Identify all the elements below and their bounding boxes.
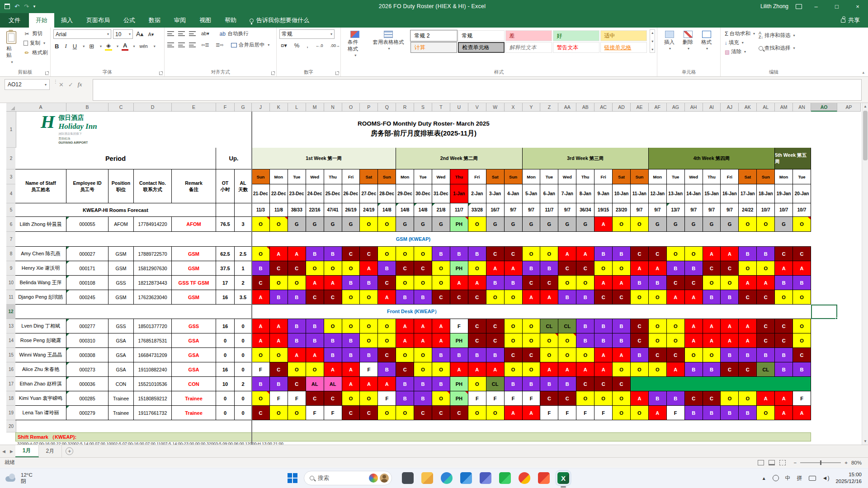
sheet-tab-1月[interactable]: 1月 — [15, 445, 39, 457]
shift-cell[interactable]: A — [414, 333, 432, 348]
shift-cell[interactable]: B — [396, 391, 414, 406]
vertical-scroll-thumb[interactable] — [863, 111, 868, 160]
sort-filter-button[interactable]: AZ↓排序和筛选▾ — [757, 30, 797, 40]
minimize-button[interactable]: – — [809, 0, 823, 12]
col-header-S[interactable]: S — [414, 103, 432, 112]
shift-cell[interactable]: B — [739, 348, 757, 362]
day-name-cell[interactable]: Wed — [432, 169, 450, 184]
staff-name[interactable]: Lven Ding 丁相斌 — [15, 319, 66, 333]
shift-cell[interactable]: C — [270, 362, 288, 377]
ribbon-tab-数据[interactable]: 数据 — [142, 13, 167, 28]
shift-cell[interactable]: CL — [540, 319, 558, 333]
tab-scroll-right-icon[interactable]: ▶ — [8, 449, 15, 454]
date-cell[interactable]: 19-Jan — [775, 184, 793, 203]
wechat-app-icon[interactable] — [499, 472, 511, 484]
shift-cell[interactable]: A — [523, 406, 541, 420]
clock-widget[interactable]: 15:00 2025/12/16 — [835, 471, 862, 485]
shift-cell[interactable]: B — [703, 362, 721, 377]
remark[interactable]: GSM — [172, 247, 216, 261]
shift-cell[interactable]: G — [703, 217, 721, 232]
shift-cell[interactable]: A — [324, 362, 342, 377]
shift-cell[interactable]: O — [396, 406, 414, 420]
shift-cell[interactable]: C — [703, 261, 721, 276]
shift-cell[interactable]: AL — [306, 377, 324, 391]
shift-cell[interactable]: C — [414, 261, 432, 276]
share-button[interactable]: 共享 — [833, 13, 868, 28]
employee-id[interactable]: 000285 — [66, 391, 108, 406]
shift-cell[interactable]: O — [505, 333, 523, 348]
shift-cell[interactable]: B — [793, 276, 811, 290]
forecast-cell[interactable]: 10/7 — [793, 203, 811, 217]
align-left-icon[interactable] — [167, 42, 174, 47]
date-cell[interactable]: 7-Jan — [558, 184, 576, 203]
close-button[interactable]: × — [851, 0, 864, 12]
cell-style-chip[interactable]: 常规 2 — [410, 30, 457, 41]
shift-cell[interactable]: G — [576, 217, 594, 232]
shift-cell[interactable]: B — [576, 290, 594, 305]
col-header-AM[interactable]: AM — [775, 103, 793, 112]
remark[interactable]: GSS — [172, 319, 216, 333]
shift-cell[interactable]: B — [613, 319, 631, 333]
shift-cell[interactable]: C — [360, 247, 378, 261]
forecast-cell[interactable]: 14/8 — [378, 203, 396, 217]
date-cell[interactable]: 4-Jan — [505, 184, 523, 203]
insert-function-icon[interactable]: fx — [78, 81, 82, 88]
shift-cell[interactable]: O — [288, 406, 306, 420]
name-box[interactable]: AO12▾ — [5, 79, 50, 90]
shift-cell[interactable]: B — [649, 276, 667, 290]
network-globe-icon[interactable] — [773, 475, 779, 481]
shift-cell[interactable]: B — [685, 362, 703, 377]
col-header-F[interactable]: F — [216, 103, 235, 112]
shift-cell[interactable]: O — [396, 276, 414, 290]
shift-cell[interactable]: O — [649, 362, 667, 377]
shift-cell[interactable]: A — [306, 276, 324, 290]
col-header-AD[interactable]: AD — [613, 103, 631, 112]
shift-cell[interactable]: O — [703, 348, 721, 362]
shift-cell[interactable]: O — [775, 290, 793, 305]
cell-style-chip[interactable]: 链接单元格 — [600, 42, 647, 53]
shift-cell[interactable]: PH — [450, 377, 468, 391]
day-name-cell[interactable]: Fri — [468, 169, 486, 184]
shift-cell[interactable]: A — [594, 217, 613, 232]
shift-cell[interactable]: G — [324, 217, 342, 232]
employee-id[interactable]: 000171 — [66, 261, 108, 276]
shift-cell[interactable]: B — [667, 391, 685, 406]
shift-cell[interactable]: C — [342, 247, 360, 261]
shift-cell[interactable]: C — [631, 333, 649, 348]
al-days[interactable]: 2 — [235, 276, 252, 290]
shift-cell[interactable]: G — [523, 217, 541, 232]
clear-button[interactable]: ▧清除▾ — [723, 47, 756, 56]
shift-cell[interactable]: A — [270, 333, 288, 348]
merge-center-button[interactable]: 合并后居中▾ — [229, 41, 272, 49]
col-header-T[interactable]: T — [432, 103, 450, 112]
day-name-cell[interactable]: Sat — [613, 169, 631, 184]
forecast-cell[interactable]: 9/7 — [505, 203, 523, 217]
increase-indent-icon[interactable]: ☰⇨ — [214, 42, 225, 48]
format-cells-button[interactable]: 格式▾ — [697, 29, 716, 52]
row-header-14[interactable]: 14 — [6, 333, 16, 348]
date-cell[interactable]: 5-Jan — [523, 184, 541, 203]
desktop-app-icon[interactable] — [402, 472, 414, 484]
shift-cell[interactable]: F — [360, 362, 378, 377]
shift-cell[interactable]: O — [468, 217, 486, 232]
ot-hours[interactable]: 17 — [216, 276, 235, 290]
shift-cell[interactable]: A — [270, 319, 288, 333]
forecast-cell[interactable]: 16/7 — [486, 203, 505, 217]
shift-cell[interactable]: C — [342, 406, 360, 420]
day-name-cell[interactable]: Wed — [685, 169, 703, 184]
microsoft-store-icon[interactable] — [460, 472, 472, 484]
day-name-cell[interactable]: Mon — [649, 169, 667, 184]
shift-cell[interactable]: O — [378, 247, 396, 261]
date-cell[interactable]: 18-Jan — [757, 184, 775, 203]
orientation-icon[interactable]: ab▾ — [200, 30, 211, 37]
collapse-ribbon-icon[interactable]: ▴ — [862, 70, 864, 75]
shift-cell[interactable]: O — [793, 290, 811, 305]
remark[interactable]: AFOM — [172, 217, 216, 232]
shift-cell[interactable]: F — [306, 406, 324, 420]
shift-cell[interactable]: F — [523, 391, 541, 406]
shift-cell[interactable]: PH — [450, 217, 468, 232]
shift-cell[interactable]: C — [396, 362, 414, 377]
shift-cell[interactable]: F — [667, 406, 685, 420]
shift-cell[interactable]: B — [631, 348, 649, 362]
col-header-P[interactable]: P — [360, 103, 378, 112]
